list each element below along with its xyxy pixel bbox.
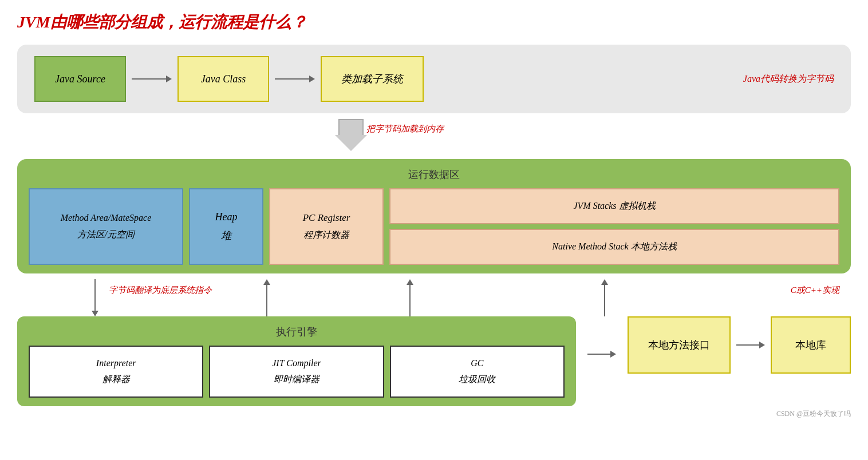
arrow-source-to-class [132, 76, 172, 82]
page-title: JVM由哪些部分组成，运行流程是什么？ [17, 11, 851, 33]
right-stacked-boxes: JVM Stacks 虚拟机栈 Native Method Stack 本地方法… [389, 188, 839, 265]
native-lib-box: 本地库 [771, 316, 851, 374]
runtime-label: 运行数据区 [29, 168, 839, 181]
arrow-down-left [92, 279, 98, 316]
heap-box: Heap 堆 [189, 188, 263, 265]
bottom-right-red-label: C或C++实现 [791, 285, 839, 296]
native-interface-box: 本地方法接口 [628, 316, 731, 374]
bottom-row: 执行引擎 Interpreter 解释器 JIT Compiler 即时编译器 … [17, 316, 851, 407]
gc-box: GC 垃圾回收 [390, 346, 565, 398]
pc-register-box: PC Register 程序计数器 [269, 188, 384, 265]
java-source-box: Java Source [34, 56, 126, 102]
top-red-label: Java代码转换为字节码 [743, 73, 834, 85]
arrow-native-to-lib [736, 342, 765, 348]
arrow-up-right [601, 279, 608, 316]
arrow-up-pc [407, 279, 413, 316]
java-class-box: Java Class [177, 56, 269, 102]
arrow-up-heap [263, 279, 270, 316]
jit-compiler-box: JIT Compiler 即时编译器 [209, 346, 384, 398]
exec-engine-label: 执行引擎 [29, 325, 565, 339]
interpreter-box: Interpreter 解释器 [29, 346, 203, 398]
native-section: 本地方法接口 本地库 [628, 316, 851, 374]
middle-section: 运行数据区 Method Area/MateSpace 方法区/元空间 Heap… [17, 159, 851, 273]
bottom-left-red-label: 字节码翻译为底层系统指令 [109, 285, 212, 296]
native-row: 本地方法接口 本地库 [628, 316, 851, 374]
native-method-stack-box: Native Method Stack 本地方法栈 [389, 229, 839, 265]
arrow-exec-to-native [587, 316, 616, 358]
top-section: Java Source Java Class 类加载子系统 Java代码转换 [17, 45, 851, 113]
arrow-class-to-loader [275, 76, 315, 82]
jvm-stacks-box: JVM Stacks 虚拟机栈 [389, 188, 839, 224]
big-down-arrow [335, 119, 367, 151]
class-loader-box: 类加载子系统 [321, 56, 424, 102]
execution-engine-section: 执行引擎 Interpreter 解释器 JIT Compiler 即时编译器 … [17, 316, 576, 407]
method-area-box: Method Area/MateSpace 方法区/元空间 [29, 188, 183, 265]
watermark: CSDN @豆粉今天敌了吗 [17, 409, 851, 419]
down-arrow-label: 把字节码加载到内存 [366, 124, 444, 134]
exec-boxes: Interpreter 解释器 JIT Compiler 即时编译器 GC 垃圾… [29, 346, 565, 398]
connector-row: 字节码翻译为底层系统指令 C或C++实现 [17, 279, 851, 316]
